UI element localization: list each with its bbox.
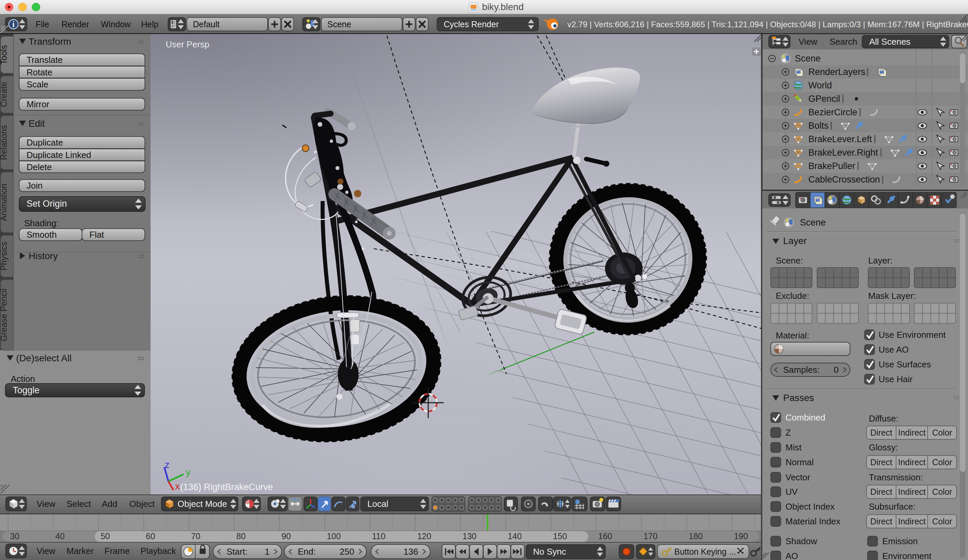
svg-text:Duplicate: Duplicate bbox=[27, 138, 63, 147]
svg-text:Toggle: Toggle bbox=[13, 385, 40, 395]
svg-text:Object Index: Object Index bbox=[786, 502, 835, 512]
svg-text:Delete: Delete bbox=[27, 162, 52, 172]
svg-text:Rotate: Rotate bbox=[27, 67, 52, 77]
svg-text:40: 40 bbox=[55, 532, 65, 541]
svg-text:Frame: Frame bbox=[104, 546, 130, 556]
svg-text:160: 160 bbox=[598, 532, 612, 541]
svg-text:x: x bbox=[175, 481, 180, 491]
svg-text:Scene: Scene bbox=[795, 53, 821, 63]
svg-text:biky.blend: biky.blend bbox=[482, 2, 524, 12]
svg-text:Color: Color bbox=[932, 457, 952, 467]
svg-text:30: 30 bbox=[10, 532, 20, 541]
svg-text:Color: Color bbox=[932, 517, 952, 526]
svg-text:BrakeLever.Left: BrakeLever.Left bbox=[808, 134, 872, 144]
svg-text:Translate: Translate bbox=[27, 55, 63, 65]
svg-text:120: 120 bbox=[417, 532, 431, 541]
svg-text:Environment: Environment bbox=[882, 551, 932, 560]
svg-text:0: 0 bbox=[834, 365, 839, 375]
svg-text:Duplicate Linked: Duplicate Linked bbox=[27, 150, 91, 160]
svg-text:Transform: Transform bbox=[28, 36, 71, 47]
svg-text:Edit: Edit bbox=[28, 118, 45, 129]
svg-text:RenderLayers: RenderLayers bbox=[808, 67, 865, 77]
svg-text:Material Index: Material Index bbox=[786, 516, 840, 526]
svg-text:(136) RightBrakeCurve: (136) RightBrakeCurve bbox=[180, 482, 273, 492]
svg-text:Button Keying ...: Button Keying ... bbox=[674, 547, 736, 556]
svg-text:i: i bbox=[12, 20, 15, 29]
svg-text:Color: Color bbox=[932, 487, 952, 497]
svg-text:70: 70 bbox=[191, 532, 201, 541]
svg-text:No Sync: No Sync bbox=[533, 547, 566, 557]
svg-text:Create: Create bbox=[0, 82, 8, 107]
svg-text:Use Surfaces: Use Surfaces bbox=[878, 360, 931, 369]
svg-text:100: 100 bbox=[327, 532, 341, 541]
svg-text:Combined: Combined bbox=[786, 413, 825, 422]
svg-text:Default: Default bbox=[193, 20, 219, 29]
svg-text:AO: AO bbox=[786, 551, 798, 560]
svg-text:Transmission:: Transmission: bbox=[869, 472, 923, 482]
svg-text:Shadow: Shadow bbox=[786, 536, 817, 546]
svg-text:Subsurface:: Subsurface: bbox=[869, 502, 916, 512]
svg-text:250: 250 bbox=[340, 547, 354, 557]
svg-text:User Persp: User Persp bbox=[166, 39, 209, 50]
svg-text:90: 90 bbox=[282, 532, 291, 541]
svg-text:Scale: Scale bbox=[27, 80, 48, 89]
svg-text:GPencil: GPencil bbox=[808, 94, 840, 104]
svg-text:CableCrossection: CableCrossection bbox=[808, 174, 880, 184]
svg-text:Direct: Direct bbox=[870, 428, 892, 437]
svg-text:Mask Layer:: Mask Layer: bbox=[868, 291, 916, 301]
svg-text:Direct: Direct bbox=[870, 517, 892, 526]
svg-text:Bolts: Bolts bbox=[808, 121, 829, 131]
svg-text:Indirect: Indirect bbox=[898, 428, 926, 437]
svg-text:Vector: Vector bbox=[786, 472, 811, 482]
svg-text:View: View bbox=[36, 499, 55, 509]
svg-text:Layer: Layer bbox=[783, 235, 807, 246]
svg-text:Diffuse:: Diffuse: bbox=[869, 413, 898, 424]
svg-text:Set Origin: Set Origin bbox=[27, 199, 67, 209]
svg-text:Direct: Direct bbox=[870, 487, 892, 497]
svg-text:Use AO: Use AO bbox=[878, 345, 909, 355]
svg-text:z: z bbox=[165, 459, 169, 470]
svg-text:Passes: Passes bbox=[783, 393, 814, 403]
svg-text:Direct: Direct bbox=[870, 457, 892, 467]
svg-text:60: 60 bbox=[146, 532, 155, 541]
svg-text:140: 140 bbox=[508, 532, 522, 541]
svg-text:Cycles Render: Cycles Render bbox=[444, 20, 499, 29]
svg-text:Window: Window bbox=[101, 20, 131, 29]
svg-text:Shading:: Shading: bbox=[24, 218, 59, 228]
svg-text:Use Hair: Use Hair bbox=[878, 374, 913, 384]
svg-text:Local: Local bbox=[367, 499, 388, 509]
svg-text:Exclude:: Exclude: bbox=[776, 291, 809, 301]
svg-text:Object Mode: Object Mode bbox=[177, 499, 227, 509]
svg-text:File: File bbox=[36, 20, 49, 29]
svg-text:Action: Action bbox=[11, 374, 35, 384]
svg-text:Flat: Flat bbox=[90, 230, 104, 240]
svg-text:Use Environment: Use Environment bbox=[878, 330, 946, 340]
svg-text:180: 180 bbox=[689, 532, 703, 541]
svg-text:130: 130 bbox=[462, 532, 477, 541]
svg-text:BrakeLever.Right: BrakeLever.Right bbox=[808, 147, 878, 157]
svg-text:Glossy:: Glossy: bbox=[869, 442, 898, 452]
svg-text:Tools: Tools bbox=[0, 45, 8, 65]
svg-text:End:: End: bbox=[298, 547, 316, 557]
svg-text:Scene: Scene bbox=[327, 20, 351, 29]
svg-text:History: History bbox=[28, 251, 58, 261]
svg-text:136: 136 bbox=[404, 547, 418, 557]
svg-text:Mist: Mist bbox=[786, 442, 802, 452]
svg-text:Select: Select bbox=[66, 499, 91, 509]
svg-text:Physics: Physics bbox=[0, 242, 8, 270]
svg-text:y: y bbox=[186, 467, 191, 477]
svg-text:Search: Search bbox=[830, 36, 857, 47]
svg-text:Color: Color bbox=[932, 428, 952, 437]
svg-text:Normal: Normal bbox=[786, 457, 814, 467]
svg-text:Indirect: Indirect bbox=[898, 457, 926, 467]
svg-text:BrakePuller: BrakePuller bbox=[808, 161, 855, 171]
svg-text:Material:: Material: bbox=[776, 330, 809, 341]
svg-text:Scene: Scene bbox=[800, 217, 826, 227]
svg-text:Object: Object bbox=[129, 499, 155, 509]
svg-text:150: 150 bbox=[553, 532, 567, 541]
svg-text:Marker: Marker bbox=[66, 546, 94, 556]
svg-text:Layer:: Layer: bbox=[868, 255, 892, 265]
svg-text:View: View bbox=[36, 546, 55, 556]
svg-text:170: 170 bbox=[643, 532, 658, 541]
svg-text:v2.79 | Verts:606,216 | Faces:: v2.79 | Verts:606,216 | Faces:559,865 | … bbox=[567, 20, 968, 29]
